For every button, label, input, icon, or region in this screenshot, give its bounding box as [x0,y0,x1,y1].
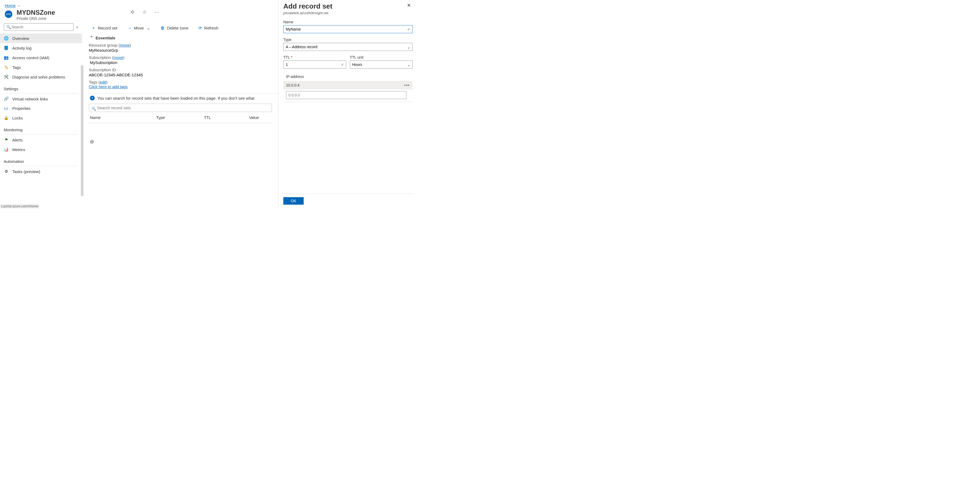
nav-label: Metrics [12,147,25,152]
col-ttl[interactable]: TTL [204,115,249,120]
ip-row-more-button[interactable]: ••• [404,83,410,87]
tags-edit-link[interactable]: edit [100,80,106,85]
ellipsis-icon: ⋯ [154,10,159,15]
star-icon: ☆ [142,10,146,15]
nav-label: Tags [12,65,21,70]
nav-activity-log[interactable]: 📘Activity log [0,43,82,53]
lock-icon: 🔒 [4,115,9,120]
nav-tags[interactable]: 🏷️Tags [0,62,82,72]
ip-address-input[interactable] [286,91,406,99]
resource-group-label: Resource group [89,43,118,48]
breadcrumb-home[interactable]: Home [5,3,16,8]
divider [4,166,78,166]
col-name[interactable]: Name [90,115,156,120]
ip-address-value: 10.0.0.4 [286,83,300,87]
more-button[interactable]: ⋯ [153,9,161,15]
nav-alerts[interactable]: ⚑Alerts [0,135,82,145]
ttl-label: TTL * [283,55,346,59]
record-table-header: Name Type TTL Value [88,112,272,123]
check-icon: ✓ [407,27,410,31]
button-label: Refresh [204,26,218,30]
nav-label: Properties [12,106,30,111]
col-value[interactable]: Value [249,115,270,120]
favorite-button[interactable]: ☆ [141,9,148,15]
close-button[interactable]: ✕ [405,2,412,9]
plus-icon: ＋ [92,25,96,31]
metrics-icon: 📊 [4,147,9,152]
sidebar: 🔍 « 🌐Overview 📘Activity log 👥Access cont… [0,22,82,208]
button-label: Move [134,26,144,30]
divider [4,134,78,134]
nav-access-control[interactable]: 👥Access control (IAM) [0,53,82,62]
properties-icon: ⫾⫾ [4,106,9,111]
ip-address-label: IP address [283,73,412,81]
people-icon: 👥 [4,55,9,60]
tag-icon: 🏷️ [4,65,9,70]
search-icon: 🔍 [92,107,96,111]
tasks-icon: ⚙ [4,169,9,174]
ip-address-row: 10.0.0.4 ••• [283,81,412,89]
log-icon: 📘 [4,46,9,50]
check-icon: ✓ [341,62,344,67]
nav-label: Overview [12,36,29,41]
section-monitoring: Monitoring [0,123,82,134]
name-input[interactable] [283,25,412,33]
nav-label: Locks [12,116,23,120]
subscription-move-link[interactable]: move [113,55,123,60]
info-text: You can search for record sets that have… [97,96,255,101]
ttl-input[interactable] [283,61,346,69]
chevron-down-icon: ⌄ [147,26,150,30]
nav-tasks[interactable]: ⚙Tasks (preview) [0,167,82,176]
ok-button[interactable]: OK [283,197,304,204]
resource-group-move-link[interactable]: move [120,43,130,48]
button-label: Delete zone [167,26,188,30]
nav-diagnose[interactable]: 🛠️Diagnose and solve problems [0,72,82,82]
essentials-heading: Essentials [95,36,115,40]
nav-properties[interactable]: ⫾⫾Properties [0,104,82,113]
menu-search-input[interactable] [4,23,74,31]
link-icon: 🔗 [4,96,9,101]
pin-button[interactable] [129,9,136,15]
ttl-unit-label: TTL unit [350,55,413,59]
tags-add-link[interactable]: Click here to add tags [89,85,127,89]
name-label: Name [283,20,412,24]
collapse-menu-button[interactable]: « [76,25,78,29]
nav-label: Access control (IAM) [12,56,49,60]
type-label: Type [283,37,412,42]
tags-label: Tags [89,80,97,85]
divider [283,102,412,102]
refresh-icon: ⟳ [199,26,202,30]
resource-type-label: Private DNS zone [17,16,55,21]
trash-icon: 🗑 [161,26,165,30]
dns-zone-icon: DNS [5,10,12,18]
arrow-right-icon: → [127,26,132,30]
move-button[interactable]: →Move⌄ [126,26,152,31]
status-bar-url: s.portal.azure.com/#home [0,204,39,208]
nav-label: Activity log [12,46,32,50]
nav-metrics[interactable]: 📊Metrics [0,145,82,154]
divider [4,93,78,94]
flyout-title: Add record set [283,2,332,10]
section-automation: Automation [0,154,82,165]
globe-icon: 🌐 [4,36,9,41]
col-type[interactable]: Type [156,115,204,120]
record-search-input[interactable] [89,104,272,112]
alert-icon: ⚑ [4,137,9,142]
nav-locks[interactable]: 🔒Locks [0,113,82,123]
nav-label: Diagnose and solve problems [12,75,65,79]
add-record-set-panel: Add record set ✕ privatelink.azurehdinsi… [278,0,417,208]
refresh-button[interactable]: ⟳Refresh [197,25,220,31]
section-settings: Settings [0,82,82,93]
ttl-unit-select[interactable]: Hours [350,61,413,69]
info-icon: i [90,96,95,101]
nav-overview[interactable]: 🌐Overview [0,34,82,43]
nav-label: Alerts [12,138,22,142]
add-record-set-button[interactable]: ＋Record set [90,25,119,31]
chevron-right-icon: › [18,3,19,8]
nav-vnet-links[interactable]: 🔗Virtual network links [0,94,82,104]
button-label: Record set [98,26,118,30]
delete-zone-button[interactable]: 🗑Delete zone [159,26,190,31]
type-select[interactable]: A – Address record [283,43,412,51]
page-title: MYDNSZone [17,9,55,16]
close-icon: ✕ [407,3,411,8]
